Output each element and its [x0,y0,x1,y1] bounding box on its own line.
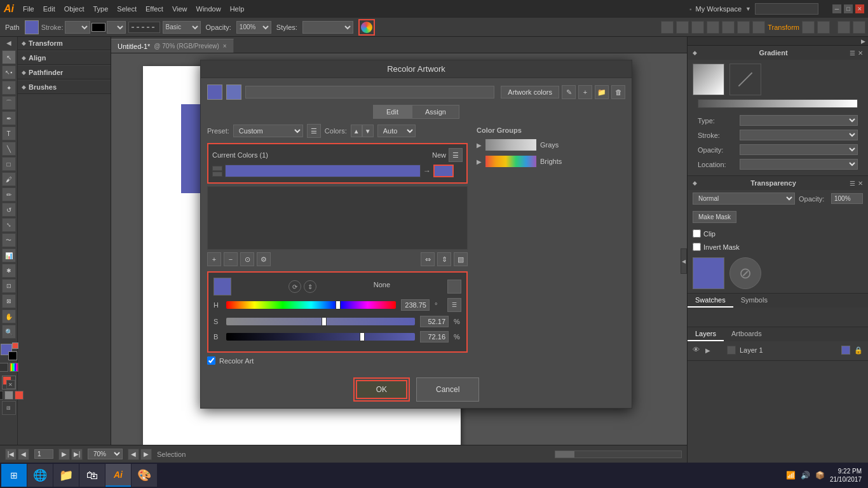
layers-tab[interactable]: Layers [688,327,724,341]
gradient-options-icon[interactable]: ☰ [850,50,855,57]
line-tool[interactable]: ╲ [2,142,16,156]
gradient-section-header[interactable]: ◆ Gradient ☰ ✕ [688,46,868,60]
colors-down-button[interactable]: ▼ [362,125,374,137]
recolor-art-checkbox[interactable] [207,356,215,365]
blend-mode-select[interactable]: Normal [693,193,795,205]
paintbrush-tool[interactable]: 🖌 [2,172,16,186]
menu-effect[interactable]: Effect [146,5,163,13]
hue-slider-thumb[interactable] [336,301,341,309]
folder-icon[interactable]: 📁 [595,85,609,99]
link2-icon[interactable]: ⇕ [304,280,316,293]
magic-wand-tool[interactable]: ✦ [2,81,16,95]
artboards-tab[interactable]: Artboards [724,327,770,341]
collapse-tools-button[interactable]: ◀ [0,39,17,46]
assign-button[interactable]: Assign [412,105,459,119]
slider-color-preview[interactable] [214,278,231,295]
icon-btn-8[interactable] [802,21,815,34]
menu-type[interactable]: Type [93,5,109,13]
new-color-bar[interactable] [433,165,454,177]
brightness-value-input[interactable]: 72.16 [420,331,449,342]
icon-btn-4[interactable] [707,21,719,34]
gradient-type-swatch[interactable] [693,64,724,95]
color-mode-button[interactable] [10,363,18,372]
icon-btn-11[interactable] [853,21,865,34]
right-panel-collapse[interactable]: ▶ [688,37,868,46]
maximize-button[interactable]: □ [844,4,853,13]
brightness-slider-track[interactable] [226,333,415,341]
menu-object[interactable]: Object [64,5,85,13]
rotate-tool[interactable]: ↺ [2,203,16,217]
graph-tool[interactable]: 📊 [2,248,16,262]
icon-btn-5[interactable] [722,21,735,34]
taskbar-explorer-button[interactable]: 📁 [53,464,79,487]
stroke-select[interactable] [65,21,90,34]
grays-group-item[interactable]: ▶ Grays [473,137,625,153]
menu-edit[interactable]: Edit [43,5,55,13]
menu-help[interactable]: Help [230,5,245,13]
gradient-bar[interactable] [698,99,858,108]
sync-icon[interactable]: ⟳ [288,280,301,293]
fill-swatch[interactable] [25,20,39,34]
location-select[interactable] [740,159,858,170]
menu-view[interactable]: View [172,5,187,13]
extra-btn-1[interactable] [0,391,3,400]
minimize-button[interactable]: ─ [832,4,841,13]
pen-tool[interactable]: ✒ [2,111,16,125]
taskbar-store-button[interactable]: 🛍 [79,464,105,487]
hue-options-icon[interactable]: ☰ [447,298,461,312]
next-page-button[interactable]: ▶ [58,449,70,460]
clip-checkbox[interactable] [693,229,701,238]
rect-tool[interactable]: □ [2,157,16,171]
swatches-tab[interactable]: Swatches [688,294,733,308]
warp-tool[interactable]: 〜 [2,233,16,247]
direct-select-tool[interactable]: ↖▪ [2,65,16,79]
hand-tool[interactable]: ✋ [2,309,16,323]
start-button[interactable]: ⊞ [1,464,27,487]
menu-file[interactable]: File [23,5,34,13]
transparency-close-icon[interactable]: ✕ [858,180,863,187]
layer-lock-icon[interactable]: 🔒 [854,346,863,355]
scale-tool[interactable]: ⤡ [2,218,16,232]
make-mask-button[interactable]: Make Mask [693,211,736,223]
color-wheel-button[interactable]: ⊙ [240,252,254,266]
color-options-icon[interactable]: ☰ [449,148,463,162]
zoom-tool[interactable]: 🔍 [2,325,16,339]
gradient-close-icon[interactable]: ✕ [858,50,863,57]
collapse-right-button[interactable]: ◀ [681,248,687,274]
edit-button[interactable]: Edit [373,105,412,119]
icon-btn-3[interactable] [691,21,704,34]
saturation-slider-track[interactable] [226,318,415,325]
close-button[interactable]: ✕ [855,4,864,13]
current-color-bar[interactable] [225,165,421,177]
workspace-dropdown-icon[interactable]: ▼ [745,6,751,12]
brightness-slider-thumb[interactable] [360,332,365,341]
ok-button[interactable]: OK [356,380,407,399]
preset-select[interactable]: Custom [233,125,303,137]
stroke-gradient-select[interactable] [740,130,858,140]
zoom-select[interactable]: 70% [88,449,123,459]
scroll-right-button[interactable]: ▶ [140,449,152,460]
extra-btn-2[interactable] [4,391,13,400]
page-number-input[interactable] [34,449,53,459]
add-icon[interactable]: + [578,85,592,99]
symbol-sprayer-tool[interactable]: ✱ [2,264,16,278]
prev-page-button[interactable]: ◀ [18,449,29,460]
unlink-button[interactable]: ⇕ [437,252,451,266]
gradient-angle-swatch[interactable] [729,64,761,95]
type-tool[interactable]: T [2,126,16,140]
symbols-tab[interactable]: Symbols [733,294,775,308]
options-button[interactable]: ▧ [454,252,468,266]
document-tab[interactable]: Untitled-1* @ 70% (RGB/Preview) × [111,39,234,53]
icon-btn-2[interactable] [676,21,689,34]
pencil-tool[interactable]: ✏ [2,187,16,201]
last-page-button[interactable]: ▶| [71,449,83,460]
opacity-gradient-select[interactable] [740,144,858,155]
layer-visibility-icon[interactable]: 👁 [693,346,702,355]
cancel-button[interactable]: Cancel [416,377,479,402]
scroll-left-button[interactable]: ◀ [128,449,139,460]
preset-options-icon[interactable]: ☰ [307,124,321,138]
dialog-stroke-swatch[interactable] [226,85,241,100]
transparency-section-header[interactable]: ◆ Transparency ☰ ✕ [688,176,868,190]
scroll-bar[interactable] [555,451,682,458]
canvas-area[interactable]: Recolor Artwork Artwork colors ✎ + 📁 🗑 E… [111,53,687,469]
